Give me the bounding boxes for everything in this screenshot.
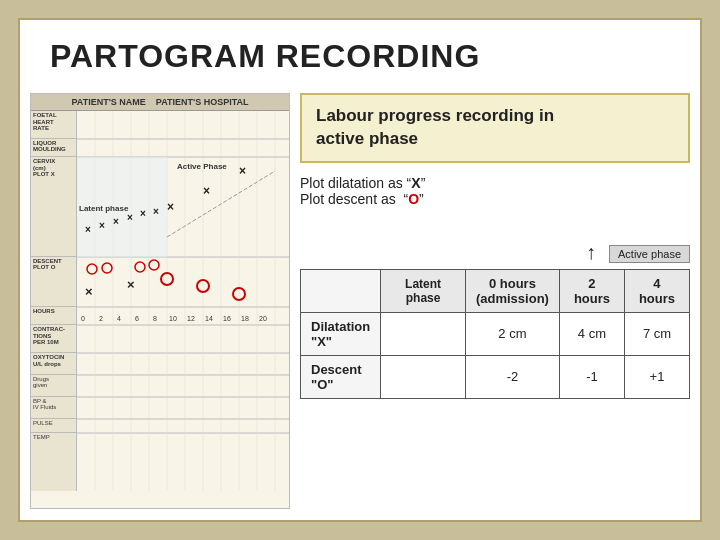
svg-text:18: 18 xyxy=(241,315,249,322)
descent-2h: -1 xyxy=(559,355,624,398)
descent-4h: +1 xyxy=(624,355,689,398)
dilatation-2h: 4 cm xyxy=(559,312,624,355)
plot-labels: Plot dilatation as “X” Plot descent as “… xyxy=(300,171,690,207)
x-mark: X xyxy=(411,175,420,191)
descent-latent xyxy=(381,355,466,398)
info-line1: Labour progress recording in xyxy=(316,106,554,125)
svg-text:×: × xyxy=(113,216,119,227)
svg-text:2: 2 xyxy=(99,315,103,322)
plot-o-label: Plot descent as “O” xyxy=(300,191,690,207)
svg-text:Active Phase: Active Phase xyxy=(177,162,227,171)
slide-container: PARTOGRAM RECORDING PATIENT'S NAME PATIE… xyxy=(0,0,720,540)
partogram-chart-svg: Latent phase Active Phase × × × × × × × xyxy=(77,111,289,491)
svg-point-36 xyxy=(135,262,145,272)
svg-text:16: 16 xyxy=(223,315,231,322)
dilatation-label: Dilatation"X" xyxy=(301,312,381,355)
svg-point-34 xyxy=(87,264,97,274)
svg-text:6: 6 xyxy=(135,315,139,322)
descent-label: Descent"O" xyxy=(301,355,381,398)
active-phase-arrow: ↑ xyxy=(586,241,596,264)
svg-text:4: 4 xyxy=(117,315,121,322)
svg-text:×: × xyxy=(239,164,246,178)
partogram-image: PATIENT'S NAME PATIENT'S HOSPITAL FOETAL… xyxy=(30,93,290,509)
svg-text:20: 20 xyxy=(259,315,267,322)
info-line2: active phase xyxy=(316,129,418,148)
svg-text:14: 14 xyxy=(205,315,213,322)
title-bar: PARTOGRAM RECORDING xyxy=(20,20,700,87)
table-header-empty xyxy=(301,269,381,312)
svg-text:×: × xyxy=(127,212,133,223)
svg-point-35 xyxy=(102,263,112,273)
table-header-4h: 4 hours xyxy=(624,269,689,312)
svg-text:Latent phase: Latent phase xyxy=(79,204,129,213)
svg-text:×: × xyxy=(85,224,91,235)
svg-text:0: 0 xyxy=(81,315,85,322)
descent-0h: -2 xyxy=(465,355,559,398)
svg-text:12: 12 xyxy=(187,315,195,322)
o-mark: O xyxy=(408,191,419,207)
svg-text:×: × xyxy=(99,220,105,231)
active-phase-area: Active phase ↑ xyxy=(300,243,690,269)
svg-text:×: × xyxy=(167,200,174,214)
dilatation-4h: 7 cm xyxy=(624,312,689,355)
svg-text:×: × xyxy=(153,206,159,217)
table-row: Descent"O" -2 -1 +1 xyxy=(301,355,690,398)
active-phase-badge: Active phase xyxy=(609,245,690,263)
svg-text:×: × xyxy=(203,184,210,198)
dilatation-0h: 2 cm xyxy=(465,312,559,355)
partogram-header: PATIENT'S NAME PATIENT'S HOSPITAL xyxy=(31,94,289,111)
svg-text:10: 10 xyxy=(169,315,177,322)
svg-text:×: × xyxy=(127,277,135,292)
slide-inner: PARTOGRAM RECORDING PATIENT'S NAME PATIE… xyxy=(18,18,702,522)
table-header-latent: Latent phase xyxy=(381,269,466,312)
table-row: Dilatation"X" 2 cm 4 cm 7 cm xyxy=(301,312,690,355)
data-table: Latent phase 0 hours(admission) 2 hours … xyxy=(300,269,690,399)
dilatation-latent xyxy=(381,312,466,355)
latent-phase-label: Latent phase xyxy=(405,277,441,305)
right-panel: Labour progress recording in active phas… xyxy=(300,93,690,509)
table-wrapper: Active phase ↑ Latent phase 0 hours(adm xyxy=(300,243,690,399)
svg-text:×: × xyxy=(85,284,93,299)
table-header-2h: 2 hours xyxy=(559,269,624,312)
info-box: Labour progress recording in active phas… xyxy=(300,93,690,163)
plot-x-label: Plot dilatation as “X” xyxy=(300,175,690,191)
svg-text:8: 8 xyxy=(153,315,157,322)
svg-point-37 xyxy=(149,260,159,270)
svg-text:×: × xyxy=(140,208,146,219)
table-header-0h: 0 hours(admission) xyxy=(465,269,559,312)
page-title: PARTOGRAM RECORDING xyxy=(50,38,480,74)
content-area: PATIENT'S NAME PATIENT'S HOSPITAL FOETAL… xyxy=(20,87,700,517)
